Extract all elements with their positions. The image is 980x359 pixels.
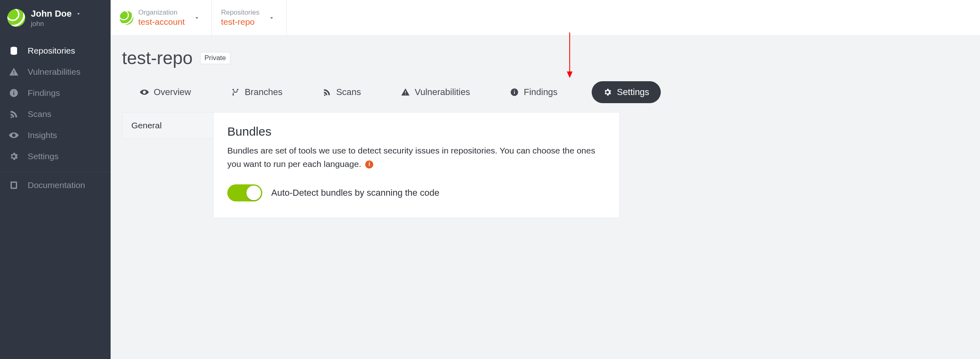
org-avatar bbox=[120, 11, 133, 25]
info-icon bbox=[9, 88, 19, 98]
repo-title: test-repo bbox=[122, 48, 193, 68]
crumb-value: test-repo bbox=[221, 17, 259, 27]
repo-title-row: test-repo Private bbox=[122, 48, 980, 68]
user-handle: john bbox=[31, 19, 102, 28]
sidebar-item-insights[interactable]: Insights bbox=[0, 125, 111, 146]
tab-label: Findings bbox=[524, 87, 558, 97]
auto-detect-label: Auto-Detect bundles by scanning the code bbox=[271, 188, 439, 198]
tab-scans[interactable]: Scans bbox=[317, 83, 367, 102]
toggle-knob bbox=[246, 186, 261, 200]
breadcrumb: Organization test-account Repositories t… bbox=[111, 0, 980, 36]
sidebar-item-label: Repositories bbox=[28, 46, 75, 56]
visibility-badge: Private bbox=[200, 52, 231, 64]
crumb-label: Repositories bbox=[221, 8, 259, 17]
tab-label: Overview bbox=[154, 87, 191, 97]
sidebar-item-label: Insights bbox=[28, 130, 57, 140]
user-text: John Doe john bbox=[31, 8, 102, 28]
info-icon[interactable]: i bbox=[365, 160, 373, 169]
sidebar-item-repositories[interactable]: Repositories bbox=[0, 40, 111, 61]
sidebar-item-label: Settings bbox=[28, 151, 59, 161]
eye-icon bbox=[9, 130, 19, 140]
tab-findings[interactable]: Findings bbox=[504, 83, 563, 102]
avatar bbox=[7, 9, 25, 27]
sidebar-separator bbox=[0, 172, 111, 172]
sidebar-item-documentation[interactable]: Documentation bbox=[0, 175, 111, 196]
warning-icon bbox=[401, 88, 410, 97]
annotation-arrow bbox=[564, 32, 576, 81]
tab-settings[interactable]: Settings bbox=[592, 81, 661, 103]
svg-rect-2 bbox=[13, 92, 14, 95]
rss-icon bbox=[9, 109, 19, 119]
tab-label: Vulnerabilities bbox=[415, 87, 470, 97]
tab-label: Settings bbox=[617, 87, 649, 97]
repo-tabs: Overview Branches Scans Vulnerabilities … bbox=[122, 77, 980, 112]
bundles-description-text: Bundles are set of tools we use to detec… bbox=[227, 146, 595, 169]
gear-icon bbox=[9, 151, 19, 161]
settings-area: General Bundles Bundles are set of tools… bbox=[122, 112, 980, 218]
eye-icon bbox=[140, 88, 149, 97]
crumb-value: test-account bbox=[138, 17, 185, 27]
tab-label: Scans bbox=[336, 87, 361, 97]
bundles-title: Bundles bbox=[227, 125, 605, 138]
gear-icon bbox=[603, 88, 612, 97]
sidebar-item-label: Vulnerabilities bbox=[28, 67, 81, 77]
settings-content: Bundles Bundles are set of tools we use … bbox=[213, 112, 620, 218]
auto-detect-toggle[interactable] bbox=[227, 184, 262, 201]
sidebar-item-findings[interactable]: Findings bbox=[0, 82, 111, 104]
svg-rect-5 bbox=[514, 91, 515, 94]
tab-vulnerabilities[interactable]: Vulnerabilities bbox=[395, 83, 476, 102]
sidebar-item-scans[interactable]: Scans bbox=[0, 104, 111, 125]
svg-rect-6 bbox=[514, 90, 515, 91]
chevron-down-icon bbox=[76, 11, 81, 17]
sidebar: John Doe john Repositories Vulnerabiliti… bbox=[0, 0, 111, 359]
user-name: John Doe bbox=[31, 8, 72, 19]
tab-overview[interactable]: Overview bbox=[134, 83, 197, 102]
svg-rect-3 bbox=[13, 91, 14, 91]
page: test-repo Private Overview Branches Scan… bbox=[111, 36, 980, 359]
tab-branches[interactable]: Branches bbox=[225, 83, 288, 102]
database-icon bbox=[9, 46, 19, 56]
main: Organization test-account Repositories t… bbox=[111, 0, 980, 359]
sidebar-item-settings[interactable]: Settings bbox=[0, 146, 111, 167]
rss-icon bbox=[322, 88, 331, 97]
svg-marker-8 bbox=[567, 71, 573, 78]
tab-label: Branches bbox=[245, 87, 283, 97]
warning-icon bbox=[9, 67, 19, 77]
chevron-down-icon bbox=[268, 15, 275, 21]
branch-icon bbox=[231, 88, 240, 97]
breadcrumb-organization[interactable]: Organization test-account bbox=[111, 0, 212, 35]
crumb-label: Organization bbox=[138, 8, 185, 17]
chevron-down-icon bbox=[194, 15, 200, 21]
auto-detect-row: Auto-Detect bundles by scanning the code bbox=[227, 184, 605, 201]
bundles-description: Bundles are set of tools we use to detec… bbox=[227, 144, 605, 171]
sidebar-nav: Repositories Vulnerabilities Findings Sc… bbox=[0, 38, 111, 198]
user-menu[interactable]: John Doe john bbox=[0, 0, 111, 38]
sidebar-item-label: Documentation bbox=[28, 180, 85, 190]
breadcrumb-repository[interactable]: Repositories test-repo bbox=[212, 0, 287, 35]
sidebar-item-label: Scans bbox=[28, 109, 51, 119]
book-icon bbox=[9, 180, 19, 190]
info-icon bbox=[510, 88, 519, 97]
settings-side-nav: General bbox=[122, 112, 213, 139]
sidebar-item-vulnerabilities[interactable]: Vulnerabilities bbox=[0, 61, 111, 82]
settings-side-item-general[interactable]: General bbox=[122, 112, 213, 138]
sidebar-item-label: Findings bbox=[28, 88, 60, 98]
